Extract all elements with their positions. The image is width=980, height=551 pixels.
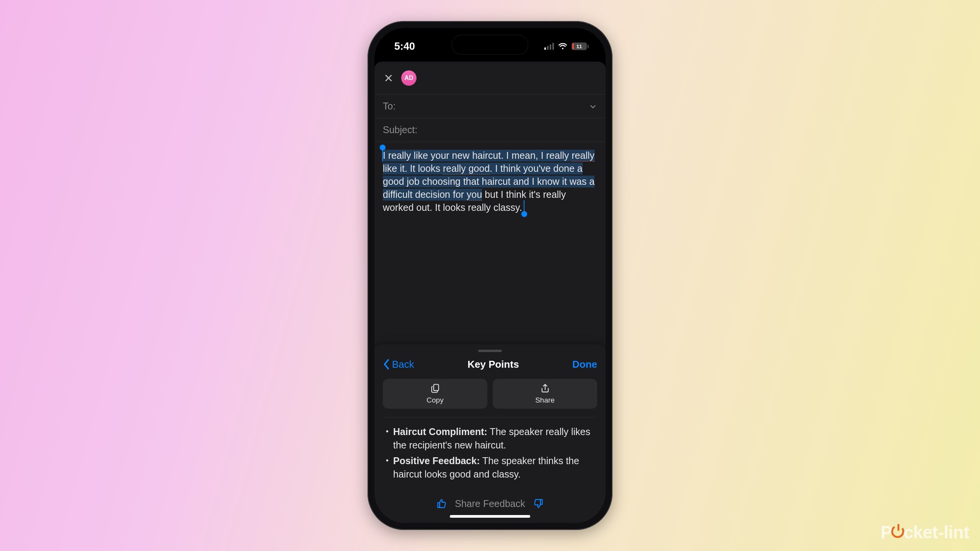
share-label: Share: [535, 396, 555, 404]
feedback-label[interactable]: Share Feedback: [455, 498, 525, 509]
body-text-segment[interactable]: really classy: [468, 202, 519, 213]
thumbs-down-icon[interactable]: [533, 498, 544, 509]
body-text-segment[interactable]: like it. It looks: [383, 163, 443, 174]
copy-label: Copy: [426, 396, 443, 404]
watermark-p: P: [880, 522, 892, 543]
to-field[interactable]: To:: [374, 95, 606, 118]
key-points-sheet: Back Key Points Done Copy Share Haircut …: [374, 344, 606, 523]
body-text-segment[interactable]: I really like your new haircut. I mean, …: [383, 150, 572, 161]
selection-handle-end[interactable]: [521, 211, 527, 217]
cellular-icon: [544, 43, 554, 50]
power-icon: [890, 524, 905, 539]
key-point-title: Positive Feedback:: [393, 455, 480, 466]
sheet-grabber[interactable]: [478, 350, 502, 352]
copy-button[interactable]: Copy: [383, 379, 487, 409]
screen: 5:40 11 AD: [374, 28, 606, 523]
avatar-initials: AD: [404, 75, 413, 82]
wifi-icon: [558, 41, 568, 52]
body-text-segment[interactable]: really good: [443, 163, 490, 174]
body-text-segment[interactable]: you: [467, 189, 482, 201]
key-point-item: Haircut Compliment: The speaker really l…: [386, 425, 594, 452]
divider: [383, 417, 597, 417]
sheet-header: Back Key Points Done: [383, 356, 597, 373]
to-label: To:: [383, 101, 395, 112]
status-time: 5:40: [394, 41, 415, 52]
watermark: P cket-lint: [880, 522, 969, 543]
battery-icon: 11: [572, 42, 589, 50]
iphone-frame: 5:40 11 AD: [368, 21, 612, 530]
thumbs-up-icon[interactable]: [436, 498, 447, 509]
close-button[interactable]: [383, 72, 394, 84]
sheet-actions: Copy Share: [383, 379, 597, 409]
sheet-title: Key Points: [467, 359, 519, 370]
svg-rect-0: [433, 385, 438, 391]
key-points-list: Haircut Compliment: The speaker really l…: [383, 425, 597, 490]
body-text-segment[interactable]: really: [572, 150, 595, 161]
watermark-rest: cket-lint: [903, 522, 969, 543]
key-point-title: Haircut Compliment:: [393, 426, 487, 437]
dynamic-island: [452, 35, 528, 55]
compose-body[interactable]: I really like your new haircut. I mean, …: [374, 142, 606, 224]
compose-header: AD: [374, 62, 606, 95]
selection-handle-start[interactable]: [380, 145, 385, 150]
back-button[interactable]: Back: [383, 359, 414, 370]
home-indicator[interactable]: [450, 515, 530, 518]
status-bar: 5:40 11: [374, 28, 606, 59]
subject-label: Subject:: [383, 124, 417, 135]
status-right: 11: [544, 41, 589, 52]
subject-field[interactable]: Subject:: [374, 118, 606, 142]
chevron-down-icon[interactable]: [589, 102, 597, 111]
body-text-segment[interactable]: .: [519, 202, 522, 213]
back-label: Back: [392, 359, 414, 370]
feedback-row: Share Feedback: [383, 490, 597, 517]
done-button[interactable]: Done: [572, 359, 597, 370]
share-button[interactable]: Share: [493, 379, 597, 409]
battery-percent: 11: [577, 44, 582, 49]
key-point-item: Positive Feedback: The speaker thinks th…: [386, 454, 594, 481]
avatar[interactable]: AD: [401, 70, 416, 86]
